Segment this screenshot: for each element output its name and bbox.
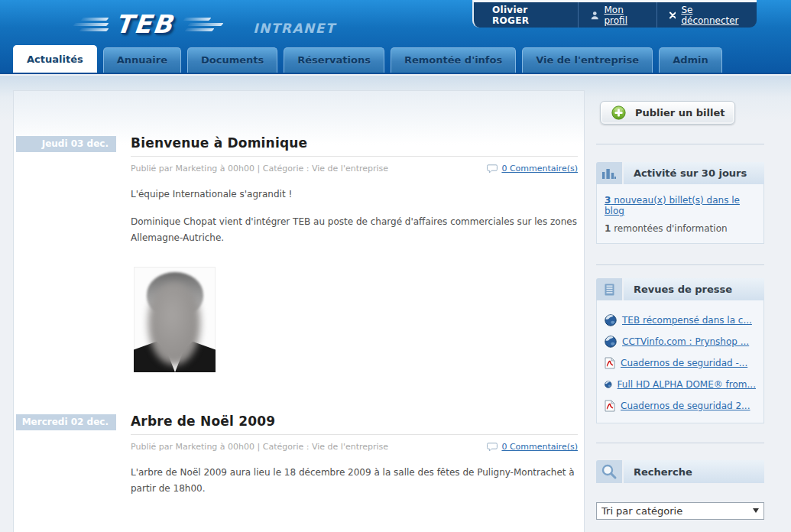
logout-link[interactable]: Se déconnecter	[681, 5, 744, 26]
sidebar-divider	[596, 264, 764, 265]
post-paragraph: Dominique Chopat vient d'intégrer TEB au…	[131, 214, 578, 246]
widget-title: Recherche	[624, 460, 764, 483]
right-sidebar: Publier un billet Activité sur 30 jours …	[596, 85, 764, 532]
tab-admin[interactable]: Admin	[659, 47, 722, 73]
press-link-row: Full HD ALPHA DOME® from...	[605, 378, 756, 391]
person-icon	[591, 11, 599, 20]
press-link[interactable]: Cuadernos de seguridad -...	[621, 358, 747, 368]
comment-bubble-icon	[487, 443, 498, 452]
category-filter-wrap: Tri par catégorie	[596, 502, 764, 520]
user-bar: Olivier ROGER Mon profil Se déconnecter	[472, 0, 757, 28]
logo-speedlines-right	[184, 18, 222, 31]
press-link[interactable]: TEB récompensé dans la c...	[622, 315, 752, 326]
pdf-icon	[605, 357, 615, 369]
main-nav-tabs: Actualités Annuaire Documents Réservatio…	[13, 45, 722, 73]
pdf-icon	[605, 400, 615, 412]
press-link[interactable]: Full HD ALPHA DOME® from...	[618, 379, 756, 390]
post-meta-text: Publié par Marketing à 00h00 | Catégorie…	[131, 164, 388, 174]
globe-icon	[605, 314, 617, 326]
globe-icon	[605, 378, 612, 391]
post-title: Bienvenue à Dominique	[131, 135, 307, 151]
press-link-row: Cuadernos de seguridad 2...	[605, 400, 756, 412]
post-paragraph: L'équipe Internationale s'agrandit !	[131, 187, 578, 203]
post-comments-link[interactable]: 0 Commentaire(s)	[487, 164, 578, 174]
post-meta-text: Publié par Marketing à 00h00 | Catégorie…	[131, 442, 388, 452]
press-link-row: CCTVinfo.com : Prynshop ...	[605, 336, 756, 348]
tab-actualites[interactable]: Actualités	[13, 45, 97, 73]
document-icon	[596, 278, 622, 300]
comment-bubble-icon	[487, 164, 498, 174]
tab-annuaire[interactable]: Annuaire	[103, 47, 181, 73]
post-paragraph: L'arbre de Noël 2009 aura lieu le 18 déc…	[131, 465, 578, 497]
blog-post-arbre-noel: Mercredi 02 dec. Arbre de Noël 2009 Publ…	[14, 414, 584, 497]
tab-reservations[interactable]: Réservations	[284, 47, 384, 73]
page-background: Jeudi 03 dec. Bienvenue à Dominique Publ…	[0, 76, 791, 532]
press-link[interactable]: CCTVinfo.com : Prynshop ...	[622, 336, 749, 347]
post-date-badge: Jeudi 03 dec.	[16, 136, 116, 152]
search-widget: Recherche	[596, 460, 764, 483]
category-filter-select[interactable]: Tri par catégorie	[596, 502, 764, 520]
portrait-photo	[134, 267, 216, 372]
teb-logo: TEB INTRANET	[71, 9, 336, 39]
info-feedback-count: 1 remontées d'information	[605, 223, 756, 234]
logo-speedlines-left	[71, 18, 108, 31]
sidebar-divider	[596, 443, 764, 443]
post-date-badge: Mercredi 02 dec.	[16, 414, 116, 430]
globe-icon	[605, 336, 617, 348]
logo-text: TEB	[114, 9, 175, 39]
bar-chart-icon	[596, 162, 622, 184]
tab-documents[interactable]: Documents	[187, 47, 277, 73]
top-header: TEB INTRANET Olivier ROGER Mon profil Se…	[0, 0, 791, 74]
press-link-row: Cuadernos de seguridad -...	[605, 357, 756, 369]
tab-vie-entreprise[interactable]: Vie de l'entreprise	[522, 47, 653, 73]
user-name: Olivier ROGER	[474, 2, 578, 28]
activity-widget: Activité sur 30 jours 3 nouveau(x) bille…	[596, 162, 764, 244]
profile-link[interactable]: Mon profil	[604, 5, 643, 26]
press-link[interactable]: Cuadernos de seguridad 2...	[621, 401, 750, 411]
widget-title: Revues de presse	[624, 278, 764, 300]
sidebar-divider	[596, 144, 764, 144]
press-link-row: TEB récompensé dans la c...	[605, 314, 756, 326]
press-review-widget: Revues de presse TEB récompensé dans la …	[596, 278, 764, 423]
publish-post-button[interactable]: Publier un billet	[600, 101, 735, 125]
logo-subtitle: INTRANET	[253, 21, 336, 36]
post-title: Arbre de Noël 2009	[131, 414, 275, 429]
post-comments-link[interactable]: 0 Commentaire(s)	[487, 442, 578, 452]
blog-post-bienvenue: Jeudi 03 dec. Bienvenue à Dominique Publ…	[14, 135, 584, 372]
add-plus-icon	[611, 105, 626, 120]
new-posts-link[interactable]: 3 nouveau(x) billet(s) dans le blog	[605, 195, 756, 216]
widget-title: Activité sur 30 jours	[624, 162, 764, 184]
search-icon	[596, 460, 622, 483]
blog-panel: Jeudi 03 dec. Bienvenue à Dominique Publ…	[13, 90, 585, 532]
logout-x-icon	[669, 11, 676, 19]
tab-remontee-infos[interactable]: Remontée d'infos	[391, 47, 516, 73]
